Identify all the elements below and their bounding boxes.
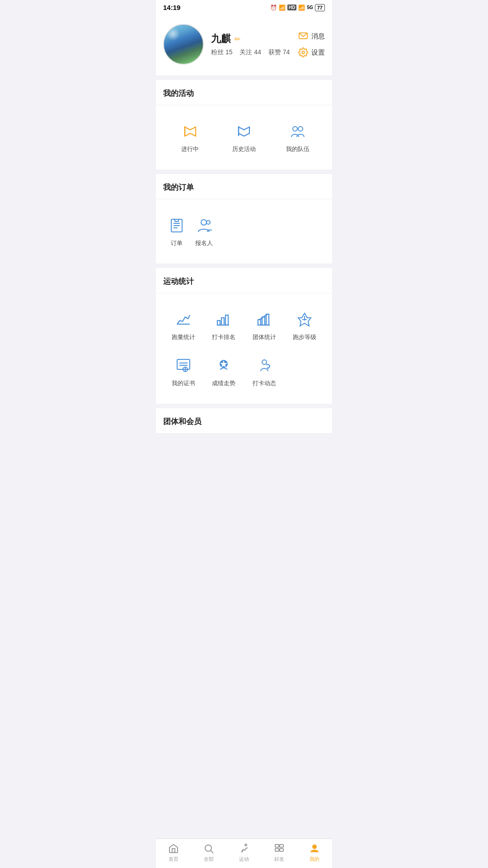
status-bar: 14:19 ⏰ 📶 HD 📶 5G 77 — [156, 0, 332, 15]
profile-actions: 消息 设置 — [298, 31, 325, 58]
edit-icon[interactable]: ✏ — [235, 35, 240, 43]
ongoing-icon — [180, 122, 200, 142]
registrant-label: 报名人 — [195, 239, 213, 247]
svg-rect-13 — [221, 318, 224, 325]
cert-icon — [174, 356, 193, 376]
svg-rect-12 — [217, 321, 220, 325]
status-time: 14:19 — [163, 4, 180, 11]
score-trend-icon — [214, 356, 234, 376]
checkin-dynamic[interactable]: 打卡动态 — [244, 349, 285, 395]
divider-3 — [156, 264, 332, 268]
group-member-card: 团体和会员 — [156, 408, 332, 434]
sports-stats-title: 运动统计 — [156, 268, 332, 293]
cert-label: 我的证书 — [172, 379, 195, 387]
activity-team[interactable]: 我的队伍 — [271, 114, 325, 160]
message-button[interactable]: 消息 — [298, 31, 325, 42]
svg-point-3 — [298, 127, 303, 131]
run-stats[interactable]: 跑量统计 — [163, 302, 204, 349]
run-level[interactable]: 跑步等级 — [285, 302, 325, 349]
my-orders-card: 我的订单 订单 — [156, 174, 332, 264]
profile-info: 九麒 ✏ 粉丝 15 关注 44 获赞 74 — [211, 32, 290, 57]
svg-point-10 — [206, 221, 210, 224]
battery-icon: 77 — [315, 4, 325, 11]
activity-ongoing[interactable]: 进行中 — [163, 114, 217, 160]
svg-rect-8 — [175, 219, 178, 222]
checkin-dynamic-icon — [254, 356, 274, 376]
history-icon — [234, 122, 254, 142]
settings-icon — [298, 47, 309, 58]
order-label: 订单 — [171, 239, 183, 247]
profile-left: 九麒 ✏ 粉丝 15 关注 44 获赞 74 — [163, 24, 290, 65]
likes-stat[interactable]: 获赞 74 — [268, 48, 290, 57]
username-row: 九麒 ✏ — [211, 32, 290, 46]
svg-rect-18 — [266, 314, 269, 325]
wifi-icon: 📶 — [298, 5, 305, 11]
svg-point-9 — [201, 220, 206, 225]
order-item[interactable]: 订单 — [163, 208, 190, 255]
alarm-icon: ⏰ — [270, 5, 277, 11]
message-icon — [298, 31, 309, 42]
score-trend[interactable]: 成绩走势 — [204, 349, 244, 395]
svg-point-31 — [262, 360, 267, 364]
stats-grid-2: 我的证书 成绩走势 — [163, 349, 325, 395]
avatar[interactable] — [163, 24, 204, 65]
my-activities-title: 我的活动 — [156, 80, 332, 105]
svg-point-1 — [302, 51, 305, 54]
team-icon — [288, 122, 308, 142]
divider-1 — [156, 75, 332, 80]
status-icons: ⏰ 📶 HD 📶 5G 77 — [270, 4, 325, 11]
divider-4 — [156, 404, 332, 408]
my-activities-card: 我的活动 进行中 — [156, 80, 332, 170]
activities-grid: 进行中 历史活动 — [163, 114, 325, 160]
my-orders-body: 订单 报名人 — [156, 199, 332, 264]
group-stats-icon — [254, 310, 274, 330]
checkin-dynamic-label: 打卡动态 — [253, 379, 276, 387]
signal-icon: 5G — [307, 5, 313, 10]
run-stats-label: 跑量统计 — [172, 333, 195, 341]
orders-grid: 订单 报名人 — [163, 208, 325, 255]
svg-point-2 — [293, 127, 297, 131]
my-activities-body: 进行中 历史活动 — [156, 105, 332, 170]
divider-2 — [156, 170, 332, 174]
stats-row: 粉丝 15 关注 44 获赞 74 — [211, 48, 290, 57]
svg-rect-16 — [258, 320, 261, 325]
my-orders-title: 我的订单 — [156, 174, 332, 199]
registrant-item[interactable]: 报名人 — [190, 208, 217, 255]
run-stats-icon — [174, 310, 193, 330]
profile-section: 九麒 ✏ 粉丝 15 关注 44 获赞 74 — [156, 15, 332, 75]
following-stat[interactable]: 关注 44 — [239, 48, 261, 57]
checkin-rank-icon — [214, 310, 234, 330]
settings-button[interactable]: 设置 — [298, 47, 325, 58]
ongoing-label: 进行中 — [181, 145, 199, 153]
group-stats-label: 团体统计 — [253, 333, 276, 341]
hd-icon: HD — [287, 5, 296, 10]
stats-grid: 跑量统计 打卡排名 — [163, 302, 325, 349]
username: 九麒 — [211, 32, 231, 46]
team-label: 我的队伍 — [286, 145, 310, 153]
checkin-rank[interactable]: 打卡排名 — [204, 302, 244, 349]
sports-stats-card: 运动统计 跑量统计 — [156, 268, 332, 404]
group-stats[interactable]: 团体统计 — [244, 302, 285, 349]
bluetooth-icon: 📶 — [279, 5, 286, 11]
run-level-label: 跑步等级 — [293, 333, 316, 341]
run-level-icon — [295, 310, 314, 330]
score-trend-label: 成绩走势 — [212, 379, 235, 387]
registrant-icon — [194, 216, 214, 236]
history-label: 历史活动 — [232, 145, 256, 153]
svg-rect-14 — [225, 315, 228, 325]
group-member-title: 团体和会员 — [156, 408, 332, 434]
order-icon — [167, 216, 187, 236]
checkin-rank-label: 打卡排名 — [212, 333, 235, 341]
fans-stat[interactable]: 粉丝 15 — [211, 48, 232, 57]
activity-history[interactable]: 历史活动 — [217, 114, 271, 160]
my-cert[interactable]: 我的证书 — [163, 349, 204, 395]
sports-stats-body: 跑量统计 打卡排名 — [156, 293, 332, 404]
